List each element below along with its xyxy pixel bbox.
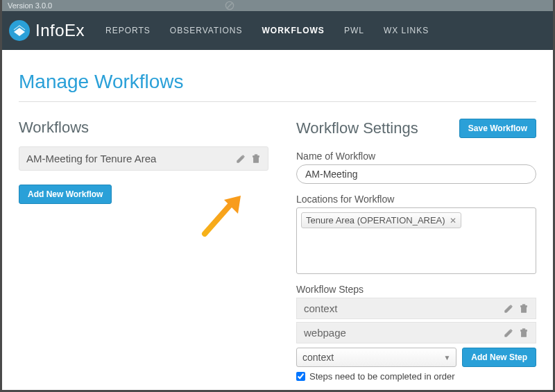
svg-rect-8 (522, 331, 527, 336)
nav-item-reports[interactable]: REPORTS (105, 26, 151, 35)
name-label: Name of Workflow (296, 151, 536, 162)
nav-item-observations[interactable]: OBSERVATIONS (170, 26, 243, 35)
order-checkbox-label: Steps need to be completed in order (309, 371, 455, 382)
logo[interactable]: InfoEx (9, 20, 85, 41)
svg-rect-4 (255, 154, 257, 155)
workflows-heading: Workflows (19, 119, 268, 137)
pencil-icon[interactable] (236, 154, 246, 164)
version-bar: Version 3.0.0 (2, 0, 553, 11)
nav-item-workflows[interactable]: WORKFLOWS (262, 26, 325, 35)
step-select[interactable]: context ▼ (296, 348, 456, 367)
svg-line-1 (228, 3, 232, 8)
trash-icon[interactable] (519, 328, 529, 338)
page-body: Manage Workflows Workflows AM-Meeting fo… (2, 50, 553, 391)
svg-rect-2 (254, 157, 259, 162)
step-row[interactable]: context (296, 298, 536, 319)
steps-label: Workflow Steps (296, 284, 536, 295)
stop-icon (224, 0, 235, 11)
chip-label: Tenure Area (OPERATION_AREA) (306, 215, 445, 225)
nav-item-wx-links[interactable]: WX LINKS (384, 26, 429, 35)
svg-rect-5 (522, 307, 527, 312)
close-icon[interactable]: ✕ (450, 216, 456, 225)
version-text: Version 3.0.0 (8, 1, 52, 10)
order-checkbox-row[interactable]: Steps need to be completed in order (296, 371, 536, 382)
locations-box[interactable]: Tenure Area (OPERATION_AREA)✕ (296, 207, 536, 274)
logo-icon (9, 20, 30, 41)
chevron-down-icon: ▼ (443, 354, 450, 361)
pencil-icon[interactable] (504, 304, 513, 314)
workflow-name-input[interactable] (296, 164, 536, 184)
workflow-row-label: AM-Meeting for Tenure Area (26, 153, 156, 164)
add-step-button[interactable]: Add New Step (462, 348, 536, 367)
step-row[interactable]: webpage (296, 322, 536, 343)
order-checkbox[interactable] (296, 372, 305, 381)
page-title: Manage Workflows (19, 71, 536, 93)
save-workflow-button[interactable]: Save Workflow (459, 119, 536, 138)
logo-text: InfoEx (35, 21, 85, 40)
nav-items: REPORTSOBSERVATIONSWORKFLOWSPWLWX LINKS (105, 26, 429, 35)
location-chip[interactable]: Tenure Area (OPERATION_AREA)✕ (301, 212, 461, 228)
svg-rect-7 (522, 304, 525, 305)
step-row-label: context (304, 302, 337, 314)
workflow-row[interactable]: AM-Meeting for Tenure Area (19, 146, 268, 171)
svg-rect-10 (522, 328, 525, 330)
step-row-label: webpage (304, 327, 346, 339)
pencil-icon[interactable] (504, 328, 513, 338)
settings-heading: Workflow Settings (296, 119, 418, 137)
trash-icon[interactable] (251, 154, 261, 164)
step-select-value: context (302, 352, 334, 363)
trash-icon[interactable] (519, 304, 529, 314)
add-workflow-button[interactable]: Add New Workflow (19, 185, 112, 204)
nav-item-pwl[interactable]: PWL (344, 26, 364, 35)
locations-label: Locations for Workflow (296, 194, 536, 205)
divider (19, 101, 536, 102)
top-nav: InfoEx REPORTSOBSERVATIONSWORKFLOWSPWLWX… (2, 11, 553, 50)
